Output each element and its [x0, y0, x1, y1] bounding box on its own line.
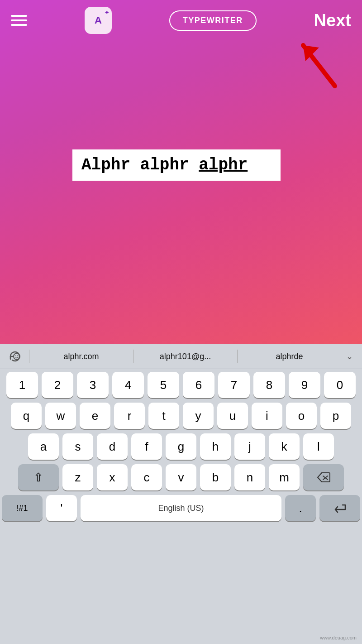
chevron-down-icon[interactable]: ⌄ [340, 347, 358, 365]
key-m[interactable]: m [269, 464, 300, 490]
font-label: A [95, 14, 102, 26]
key-q[interactable]: q [11, 403, 42, 429]
suggestion-3[interactable]: alphrde [240, 350, 338, 363]
key-t[interactable]: t [148, 403, 179, 429]
key-f[interactable]: f [131, 433, 162, 460]
key-3[interactable]: 3 [77, 372, 109, 398]
keyboard-area: alphr.com alphr101@g... alphrde ⌄ 1 2 3 … [0, 344, 362, 644]
key-b[interactable]: b [200, 464, 231, 490]
key-d[interactable]: d [97, 433, 128, 460]
key-7[interactable]: 7 [218, 372, 250, 398]
key-v[interactable]: v [166, 464, 196, 490]
key-r[interactable]: r [114, 403, 145, 429]
key-y[interactable]: y [183, 403, 214, 429]
return-key[interactable] [319, 495, 360, 521]
typewriter-button[interactable]: TYPEWRITER [169, 10, 257, 31]
key-z[interactable]: z [62, 464, 93, 490]
sparkle-icon: ✦ [105, 10, 109, 16]
shift-key[interactable]: ⇧ [18, 464, 59, 490]
text-plain: Alphr alphr [81, 156, 199, 174]
key-quote[interactable]: ' [46, 495, 77, 521]
key-p[interactable]: p [320, 403, 351, 429]
key-s[interactable]: s [62, 433, 93, 460]
text-underlined: alphr [199, 156, 248, 174]
key-6[interactable]: 6 [183, 372, 214, 398]
key-5[interactable]: 5 [148, 372, 179, 398]
divider-1 [29, 350, 29, 363]
top-bar: A ✦ TYPEWRITER Next [0, 0, 362, 41]
font-style-button[interactable]: A ✦ [85, 7, 112, 34]
key-0[interactable]: 0 [324, 372, 356, 398]
next-button[interactable]: Next [314, 11, 351, 30]
key-2[interactable]: 2 [42, 372, 73, 398]
key-period[interactable]: . [285, 495, 316, 521]
suggestion-2[interactable]: alphr101@g... [136, 350, 234, 363]
key-j[interactable]: j [234, 433, 265, 460]
suggestion-1[interactable]: alphr.com [32, 350, 130, 363]
key-i[interactable]: i [252, 403, 282, 429]
key-k[interactable]: k [269, 433, 300, 460]
bottom-row: !#1 ' English (US) . [2, 495, 360, 521]
key-c[interactable]: c [131, 464, 162, 490]
key-n[interactable]: n [234, 464, 265, 490]
key-u[interactable]: u [217, 403, 248, 429]
autocomplete-bar: alphr.com alphr101@g... alphrde ⌄ [0, 344, 362, 369]
watermark: www.deuag.com [320, 635, 357, 640]
hamburger-icon[interactable] [11, 15, 27, 26]
story-text-content: Alphr alphr alphr [81, 156, 272, 174]
key-1[interactable]: 1 [6, 372, 38, 398]
letter-row-3: ⇧ z x c v b n m [2, 464, 360, 490]
svg-marker-1 [303, 45, 319, 61]
svg-point-3 [15, 356, 16, 356]
key-g[interactable]: g [166, 433, 196, 460]
key-x[interactable]: x [97, 464, 128, 490]
key-4[interactable]: 4 [112, 372, 144, 398]
key-l[interactable]: l [303, 433, 334, 460]
key-e[interactable]: e [80, 403, 110, 429]
key-w[interactable]: w [45, 403, 76, 429]
key-9[interactable]: 9 [289, 372, 320, 398]
number-row: 1 2 3 4 5 6 7 8 9 0 [2, 372, 360, 398]
key-h[interactable]: h [200, 433, 231, 460]
letter-row-1: q w e r t y u i o p [2, 403, 360, 429]
keyboard-rows: 1 2 3 4 5 6 7 8 9 0 q w e r t y u i o p … [0, 369, 362, 521]
arrow-annotation [294, 36, 348, 91]
story-text-box[interactable]: Alphr alphr alphr [72, 149, 281, 181]
svg-point-4 [17, 356, 18, 356]
emoji-icon[interactable] [4, 347, 26, 366]
key-123[interactable]: !#1 [2, 495, 43, 521]
svg-line-0 [303, 45, 335, 86]
key-a[interactable]: a [28, 433, 59, 460]
divider-3 [237, 350, 238, 363]
key-o[interactable]: o [286, 403, 317, 429]
divider-2 [133, 350, 133, 363]
key-8[interactable]: 8 [253, 372, 285, 398]
backspace-key[interactable] [303, 464, 344, 490]
space-key[interactable]: English (US) [81, 495, 281, 521]
story-editor: A ✦ TYPEWRITER Next Alphr alphr alphr [0, 0, 362, 344]
letter-row-2: a s d f g h j k l [2, 433, 360, 460]
